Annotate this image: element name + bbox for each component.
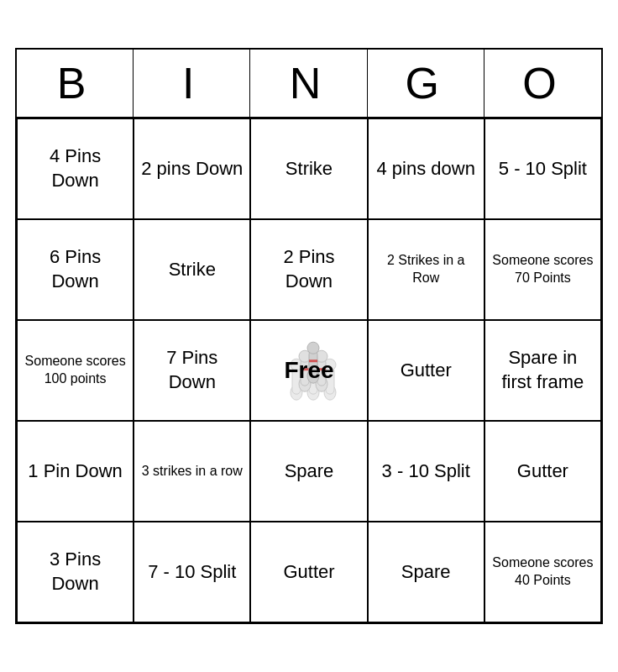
cell-text: 7 - 10 Split bbox=[148, 560, 236, 585]
cell-text: 3 strikes in a row bbox=[142, 463, 243, 480]
bingo-cell: Free bbox=[250, 320, 367, 421]
bingo-cell: 3 - 10 Split bbox=[368, 421, 484, 522]
bingo-cell: Spare bbox=[368, 522, 484, 622]
bingo-cell: 6 Pins Down bbox=[17, 219, 134, 320]
bingo-cell: 4 pins down bbox=[368, 118, 484, 219]
cell-text: 3 Pins Down bbox=[24, 548, 126, 596]
bingo-cell: 7 - 10 Split bbox=[134, 522, 250, 622]
bingo-cell: Someone scores 40 Points bbox=[484, 522, 601, 622]
bingo-card: BINGO 4 Pins Down2 pins DownStrike4 pins… bbox=[15, 48, 603, 624]
cell-text: Gutter bbox=[401, 359, 452, 383]
cell-text: Spare bbox=[285, 459, 334, 484]
bingo-cell: 7 Pins Down bbox=[134, 320, 250, 421]
cell-text: 4 Pins Down bbox=[24, 144, 126, 192]
cell-text: Strike bbox=[169, 258, 216, 282]
bingo-header: BINGO bbox=[17, 50, 601, 118]
cell-text: Spare bbox=[401, 560, 451, 585]
cell-text: 7 Pins Down bbox=[141, 346, 243, 394]
header-letter: I bbox=[134, 50, 250, 117]
bingo-cell: 5 - 10 Split bbox=[484, 118, 601, 219]
bingo-cell: 2 Pins Down bbox=[250, 219, 367, 320]
cell-text: Spare in first frame bbox=[492, 346, 594, 394]
bingo-cell: Spare in first frame bbox=[484, 320, 601, 421]
header-letter: N bbox=[250, 50, 367, 117]
cell-text: 3 - 10 Split bbox=[382, 459, 470, 484]
bingo-cell: Strike bbox=[134, 219, 250, 320]
bingo-cell: Someone scores 70 Points bbox=[484, 219, 601, 320]
bingo-cell: Gutter bbox=[484, 421, 601, 522]
bingo-cell: 2 Strikes in a Row bbox=[368, 219, 484, 320]
cell-text: 6 Pins Down bbox=[24, 245, 126, 293]
cell-text: 5 - 10 Split bbox=[499, 157, 587, 181]
cell-text: Someone scores 70 Points bbox=[492, 252, 594, 287]
bingo-cell: 4 Pins Down bbox=[17, 118, 134, 219]
bingo-cell: Someone scores 100 points bbox=[17, 320, 134, 421]
cell-text: 1 Pin Down bbox=[28, 459, 123, 484]
svg-point-19 bbox=[307, 342, 319, 354]
cell-text: 2 pins Down bbox=[141, 157, 243, 181]
cell-text: Gutter bbox=[517, 459, 568, 484]
cell-text: 2 Pins Down bbox=[258, 245, 359, 293]
header-letter: O bbox=[484, 50, 601, 117]
bingo-cell: Gutter bbox=[250, 522, 367, 622]
bingo-cell: 3 strikes in a row bbox=[134, 421, 250, 522]
bingo-cell: 1 Pin Down bbox=[17, 421, 134, 522]
cell-text: 2 Strikes in a Row bbox=[375, 252, 477, 287]
cell-text: 4 pins down bbox=[376, 157, 474, 181]
free-label: Free bbox=[284, 355, 333, 386]
cell-text: Strike bbox=[285, 157, 333, 181]
cell-text: Someone scores 40 Points bbox=[492, 554, 594, 590]
bingo-cell: 3 Pins Down bbox=[17, 522, 134, 622]
cell-text: Gutter bbox=[283, 560, 334, 585]
bingo-cell: Strike bbox=[250, 118, 367, 219]
bingo-cell: Gutter bbox=[368, 320, 484, 421]
cell-text: Someone scores 100 points bbox=[24, 353, 126, 388]
bingo-cell: Spare bbox=[250, 421, 367, 522]
bingo-grid: 4 Pins Down2 pins DownStrike4 pins down5… bbox=[17, 118, 601, 622]
bingo-cell: 2 pins Down bbox=[134, 118, 250, 219]
header-letter: B bbox=[17, 50, 134, 117]
header-letter: G bbox=[368, 50, 484, 117]
